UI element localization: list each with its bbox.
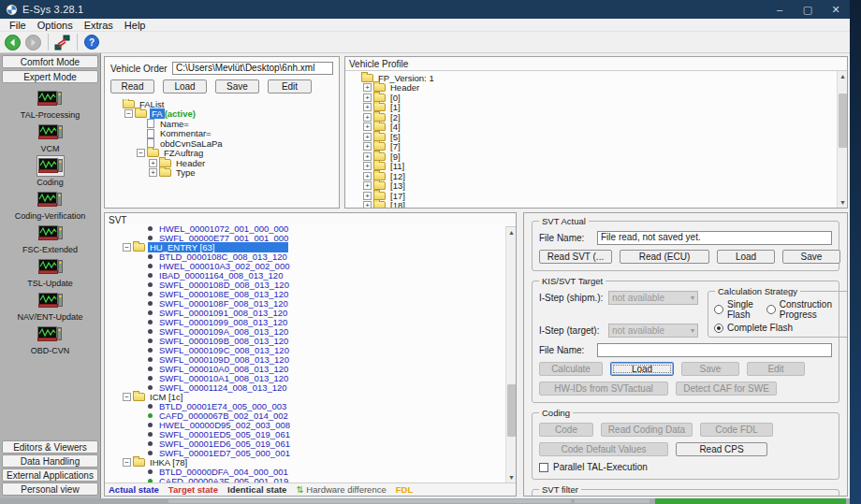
read-cps-button[interactable]: Read CPS	[676, 442, 767, 456]
read-coding-data-button[interactable]: Read Coding Data	[601, 423, 693, 437]
tree-item[interactable]: +[1]	[349, 103, 837, 113]
tree-item[interactable]: SWFL_000010A1_008_013_120	[109, 373, 505, 382]
tree-item[interactable]: SWFL_00001099_008_013_120	[109, 317, 505, 326]
tree-item[interactable]: −FZAuftrag	[110, 149, 333, 159]
tree-item[interactable]: HWEL_00001072_001_000_000	[109, 223, 505, 233]
istep-shipm-dropdown[interactable]: not available ▾	[608, 291, 698, 305]
sidebar-mode-tal-processing[interactable]: TAL-Processing	[21, 88, 80, 120]
sidebar-mode-obd-cvn[interactable]: OBD-CVN	[31, 324, 70, 355]
sidebar-button-editors-viewers[interactable]: Editors & Viewers	[2, 440, 98, 454]
code-default-values-button[interactable]: Code Default Values	[539, 442, 668, 456]
plus-expander-icon[interactable]: +	[363, 133, 372, 141]
load-button[interactable]: Load	[610, 362, 674, 376]
plus-expander-icon[interactable]: +	[363, 142, 372, 151]
plus-expander-icon[interactable]: +	[363, 192, 372, 200]
tree-item[interactable]: −FA (active)	[110, 109, 333, 120]
tree-item[interactable]: −IHKA [78]	[109, 457, 505, 467]
load-button[interactable]: Load	[717, 250, 775, 264]
tree-item[interactable]: SWFL_0000109A_008_013_120	[109, 326, 505, 336]
radio-construction-progress[interactable]: Construction Progress	[766, 299, 845, 320]
minus-expander-icon[interactable]: −	[137, 149, 145, 157]
parallel-tal-checkbox[interactable]	[539, 463, 548, 472]
minus-expander-icon[interactable]: −	[123, 458, 131, 467]
edit-button[interactable]: Edit	[747, 362, 805, 376]
maximize-icon[interactable]: ▢	[794, 0, 822, 19]
sidebar-mode-coding[interactable]: Coding	[36, 155, 65, 187]
svt-actual-file-name-input[interactable]: File read, not saved yet.	[597, 231, 832, 245]
tree-item[interactable]: +[9]	[349, 151, 837, 162]
tree-item[interactable]: FP_Version: 1	[349, 73, 837, 83]
tree-item[interactable]: SWFL_0000109C_008_013_120	[109, 345, 505, 354]
menu-help[interactable]: Help	[119, 20, 152, 31]
plus-expander-icon[interactable]: +	[363, 113, 372, 122]
tree-item[interactable]: SWFL_0000108E_008_013_120	[109, 289, 505, 298]
tree-item[interactable]: +[0]	[349, 93, 837, 103]
tree-item[interactable]: +[11]	[349, 162, 837, 172]
vehicle-order-path-input[interactable]: C:\Users\Mevlüt\Desktop\6nh.xml	[172, 62, 333, 75]
radio-complete-flash[interactable]: Complete Flash	[714, 323, 806, 333]
read-button[interactable]: Read	[110, 79, 154, 94]
save-button[interactable]: Save	[215, 79, 259, 94]
code-fdl-button[interactable]: Code FDL	[700, 423, 773, 437]
menu-file[interactable]: File	[4, 20, 32, 31]
tree-item[interactable]: +[4]	[349, 122, 837, 133]
tree-item[interactable]: IBAD_00001164_008_013_120	[109, 270, 505, 280]
scroll-down-icon[interactable]: ▼	[838, 197, 848, 208]
sidebar-button-data-handling[interactable]: Data Handling	[2, 454, 98, 468]
scrollbar-thumb[interactable]	[507, 384, 516, 437]
tree-item[interactable]: −ICM [1c]	[109, 392, 505, 401]
tree-item[interactable]: Kommentar=	[110, 129, 333, 139]
minimize-icon[interactable]: –	[766, 0, 794, 19]
detect-caf-for-swe-button[interactable]: Detect CAF for SWE	[676, 382, 777, 396]
tree-item[interactable]: CAFD_0000067B_002_014_002	[109, 410, 505, 420]
tree-item[interactable]: SWFL_000010A0_008_013_120	[109, 364, 505, 373]
tree-item[interactable]: BTLD_0000108C_008_013_120	[109, 252, 505, 261]
hw-ids-from-svtactual-button[interactable]: HW-IDs from SVTactual	[539, 382, 668, 396]
read-svt-button[interactable]: Read SVT (...	[539, 250, 612, 264]
sidebar-mode-tsl-update[interactable]: TSL-Update	[27, 256, 73, 288]
menu-extras[interactable]: Extras	[79, 20, 119, 31]
tree-item[interactable]: +Header	[349, 83, 837, 94]
tree-item[interactable]: SWFL_00000E77_001_001_000	[109, 233, 505, 242]
kis-file-name-input[interactable]	[597, 343, 832, 357]
sidebar-button-comfort-mode[interactable]: Comfort Mode	[2, 55, 98, 68]
sidebar-mode-coding-verification[interactable]: Coding-Verification	[15, 189, 86, 221]
help-icon[interactable]: ?	[81, 33, 101, 51]
tree-item[interactable]: +[18]	[349, 201, 837, 209]
sidebar-mode-vcm[interactable]: VCM	[36, 122, 65, 153]
edit-button[interactable]: Edit	[268, 79, 312, 94]
tree-item[interactable]: SWFL_00001091_008_013_120	[109, 308, 505, 317]
save-button[interactable]: Save	[782, 250, 840, 264]
plus-expander-icon[interactable]: +	[363, 181, 372, 190]
plus-expander-icon[interactable]: +	[363, 172, 372, 180]
plus-expander-icon[interactable]: +	[149, 168, 157, 177]
sidebar-mode-nav-ent-update[interactable]: NAV/ENT-Update	[18, 290, 83, 322]
plus-expander-icon[interactable]: +	[363, 103, 372, 111]
plus-expander-icon[interactable]: +	[363, 201, 372, 208]
minus-expander-icon[interactable]: −	[123, 243, 131, 252]
back-icon[interactable]	[3, 33, 22, 51]
code-button[interactable]: Code	[539, 423, 593, 437]
plus-expander-icon[interactable]: +	[149, 159, 157, 167]
tree-item[interactable]: +[12]	[349, 171, 837, 181]
sidebar-button-expert-mode[interactable]: Expert Mode	[2, 70, 98, 83]
tree-item[interactable]: +[17]	[349, 191, 837, 201]
scrollbar-thumb[interactable]	[839, 94, 847, 148]
load-button[interactable]: Load	[163, 79, 207, 94]
tree-item[interactable]: CAFD_00000A3F_005_001_019	[109, 476, 505, 482]
sidebar-mode-fsc-extended[interactable]: FSC-Extended	[22, 223, 78, 254]
scroll-up-icon[interactable]: ▲	[506, 227, 517, 238]
sidebar-button-personal-view[interactable]: Personal view	[2, 482, 98, 496]
save-button[interactable]: Save	[681, 362, 739, 376]
tree-item[interactable]: +Header	[110, 158, 333, 168]
vehicle-profile-scrollbar[interactable]: ▲ ▼	[837, 71, 847, 208]
minus-expander-icon[interactable]: −	[123, 393, 131, 401]
tree-item[interactable]: SWFL_0000108F_008_013_120	[109, 298, 505, 308]
tree-item[interactable]: −HU_ENTRY [63]	[109, 242, 505, 252]
calculate-button[interactable]: Calculate	[539, 362, 603, 376]
tree-item[interactable]: SWFL_00001ED6_005_019_061	[109, 439, 505, 448]
tree-item[interactable]: obdCvnSaLaPa	[110, 138, 333, 149]
tree-item[interactable]: BTLD_00001E74_005_000_003	[109, 401, 505, 410]
tree-item[interactable]: FAList	[110, 99, 333, 109]
plus-expander-icon[interactable]: +	[363, 83, 372, 92]
